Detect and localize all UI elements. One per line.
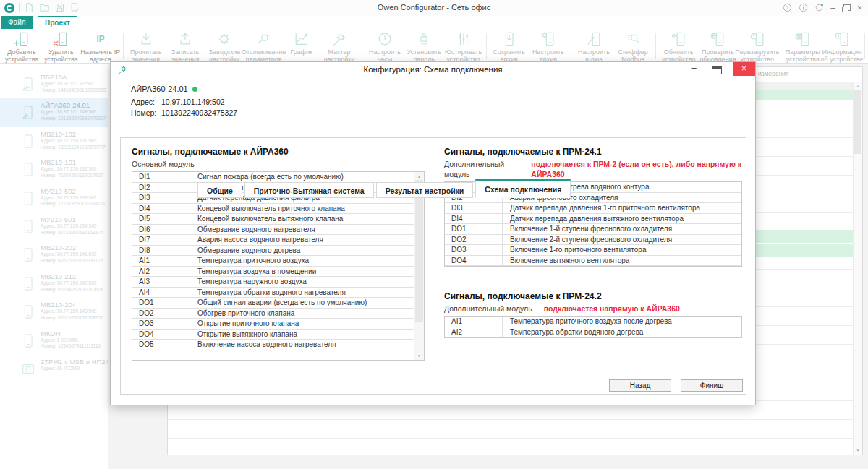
toolbar-button[interactable]: Настроить часы — [365, 29, 404, 63]
device-list-item[interactable]: МВ210-202 Адрес: 10.77.150.141:502 Номер… — [0, 241, 108, 269]
titlebar: Owen Configurator - Сеть офис – × — [0, 0, 868, 17]
table-row: DI7 Авария насоса водяного нагревателя — [132, 235, 414, 246]
update-icon[interactable] — [814, 3, 824, 12]
toolbar-button[interactable]: Проверить обновления — [698, 29, 737, 63]
toolbar-button[interactable]: Установить пароль — [404, 29, 443, 63]
device-list-item[interactable]: МВ210-101 Адрес: 10.77.150.132:502 Номер… — [0, 155, 108, 184]
signal-code-cell: DO4 — [445, 256, 503, 266]
device-list-item[interactable]: АЙРА360-24.01 Адрес: 10.97.101.149:502 Н… — [0, 98, 108, 126]
toolbar-button[interactable]: Заводские настройки — [205, 29, 244, 63]
toolbar-button[interactable]: Настроить архив — [529, 29, 568, 63]
device-address: Адрес: 10.77.150.142:502 — [41, 280, 108, 287]
number-label: Номер: — [131, 108, 161, 119]
toolbar-button[interactable]: Назначить IP адреса — [81, 29, 120, 63]
scroll-up-icon[interactable]: ▲ — [414, 173, 424, 179]
signals-table-wrap: DI1 Сигнал пожара (всегда есть по умолча… — [132, 171, 425, 361]
toolbar-button[interactable]: Отслеживание параметров — [244, 29, 284, 63]
toolbar-button-icon — [501, 31, 517, 47]
device-list-item[interactable]: МУ210-502 Адрес: 10.77.150.133:502 Номер… — [0, 184, 108, 212]
signal-code-cell: AI3 — [132, 277, 190, 287]
dialog-tab[interactable]: Схема подключения — [475, 179, 571, 198]
configuration-dialog: Конфигурация: Схема подключения – × АЙРА… — [110, 61, 756, 405]
toolbar-button[interactable]: Записать значения — [166, 29, 205, 63]
section-subtitle: Дополнительный модуль — [444, 304, 532, 314]
signal-code-cell: AI2 — [445, 327, 503, 337]
device-icon — [20, 245, 36, 264]
back-button[interactable]: Назад — [609, 379, 671, 392]
signal-description-cell: Температура обратки водяного нагревателя — [190, 288, 414, 298]
toolbar-button-icon — [749, 31, 765, 47]
finish-button[interactable]: Финиш — [681, 379, 743, 392]
toolbar-button-icon — [256, 31, 272, 47]
menu-tab[interactable]: Файл — [1, 16, 33, 29]
signal-description-cell: Температура приточного воздуха после дог… — [503, 317, 741, 327]
dialog-tab[interactable]: Результат настройки — [376, 182, 474, 198]
toolbar-button-icon — [710, 31, 726, 47]
scrollbar[interactable]: ▲ ▼ — [853, 82, 862, 455]
scrollbar[interactable]: ▲ ▼ — [414, 172, 424, 360]
device-list-item[interactable]: 2ТРМ1 с USB и ИП24 Адрес: 16 (COM9) — [0, 355, 108, 383]
device-list-item[interactable]: МУ210-501 Адрес: 10.77.150.134:502 Номер… — [0, 212, 108, 241]
number-value: 101392240932475327 — [161, 108, 237, 119]
device-name: 2ТРМ1 с USB и ИП24 — [41, 355, 108, 366]
device-list-item[interactable]: ПБР10А Адрес: 10.97.101.82:502 Номер: 14… — [0, 70, 108, 98]
device-name: АЙРА360-24.01 — [41, 98, 108, 109]
info-icon[interactable] — [799, 3, 808, 12]
device-icon — [20, 103, 36, 122]
toolbar-button[interactable]: Параметры устройства — [783, 29, 822, 63]
toolbar-button[interactable]: Перезагрузить устройство — [738, 29, 777, 63]
toolbar-button-icon — [456, 31, 472, 47]
column-header-units: измерения — [758, 70, 789, 77]
toolbar-button-icon — [586, 31, 602, 47]
toolbar-button[interactable]: Обновить устройство — [659, 29, 698, 63]
toolbar-button[interactable]: Сохранить архив — [489, 29, 528, 63]
table-row: DI4 Концевой выключатель приточного клап… — [132, 204, 414, 215]
scroll-down-icon[interactable]: ▼ — [854, 447, 862, 453]
dialog-tab[interactable]: Общие — [197, 182, 242, 198]
minimize-button[interactable]: – — [830, 3, 835, 13]
device-list-item[interactable]: МВ210-102 Адрес: 10.77.150.131:502 Номер… — [0, 127, 108, 155]
signal-code-cell — [132, 350, 190, 361]
help-icon[interactable] — [783, 3, 792, 12]
device-name: ПБР10А — [41, 70, 108, 81]
signals-prm-sections: Сигналы, подключаемые к ПРМ-24.1 Дополни… — [444, 147, 742, 338]
toolbar-button[interactable]: Добавить устройства — [2, 29, 41, 63]
close-button[interactable]: × — [857, 3, 862, 13]
toolbar-button[interactable]: Прочитать значения — [127, 29, 166, 63]
signal-description-cell: Включение вытяжного вентилятора — [503, 256, 741, 266]
toolbar-button-icon — [294, 31, 310, 47]
signals-table: AI1 Температура приточного воздуха после… — [444, 316, 742, 338]
device-icon — [20, 189, 36, 208]
dialog-close-button[interactable]: × — [733, 62, 755, 76]
dialog-maximize-button[interactable] — [712, 66, 722, 74]
toolbar-button-icon — [331, 31, 347, 47]
dialog-tab[interactable]: Приточно-Вытяжная система — [244, 182, 374, 198]
device-list-item[interactable]: МВ210-204 Адрес: 10.77.150.143:502 Номер… — [0, 298, 108, 326]
scroll-up-icon[interactable]: ▲ — [854, 83, 862, 89]
device-icon — [20, 160, 36, 179]
toolbar-button[interactable]: Удалить устройства — [41, 29, 80, 63]
scroll-down-icon[interactable]: ▼ — [414, 353, 424, 358]
table-row: DI6 Обмерзание водяного нагревателя — [132, 225, 414, 236]
toolbar-button-icon — [625, 31, 641, 47]
window-controls: – × — [783, 2, 862, 13]
toolbar-button[interactable]: Информация об устройстве — [822, 29, 861, 63]
device-name: МВ210-102 — [41, 127, 108, 138]
restore-button[interactable] — [843, 4, 851, 11]
device-list-item[interactable]: МВ210-212 Адрес: 10.77.150.142:502 Номер… — [0, 270, 108, 298]
dialog-minimize-button[interactable]: – — [686, 62, 702, 74]
toolbar-button[interactable]: Мастер настройки — [320, 29, 359, 63]
scrollbar-thumb[interactable] — [415, 180, 423, 322]
toolbar-button[interactable]: Юстировать устройство — [443, 29, 482, 63]
device-list-item[interactable]: МКОН Адрес: 1 (COM8) Номер: 123456791111… — [0, 327, 108, 355]
scrollbar-thumb[interactable] — [854, 90, 861, 154]
menu-tab[interactable]: Проект — [38, 16, 77, 29]
toolbar-button[interactable]: Настроить шлюз — [574, 29, 613, 63]
toolbar-button[interactable]: График — [284, 29, 320, 63]
toolbar-button[interactable]: Сниффер Modbus — [613, 29, 652, 63]
dialog-titlebar: Конфигурация: Схема подключения – × — [111, 62, 755, 78]
device-name: МКОН — [41, 327, 108, 337]
signal-code-cell: AI1 — [445, 317, 503, 327]
device-name: АЙРА360-24.01 — [131, 85, 188, 93]
device-name: МВ210-212 — [41, 270, 108, 280]
